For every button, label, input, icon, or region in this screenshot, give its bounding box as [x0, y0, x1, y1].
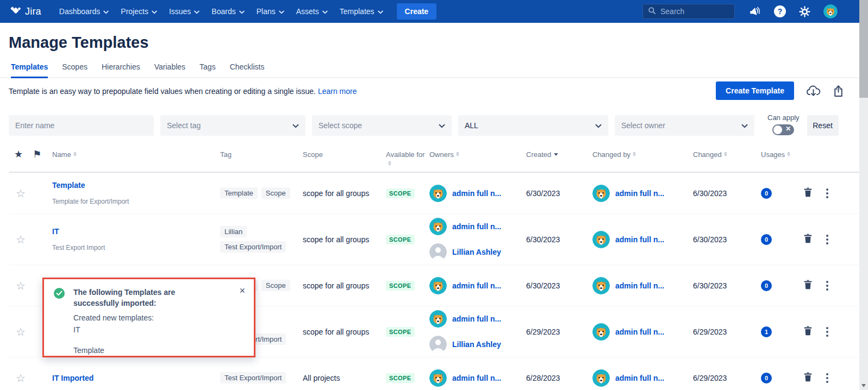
trash-icon[interactable]: [803, 279, 813, 291]
close-icon[interactable]: ×: [239, 286, 245, 295]
jira-brand[interactable]: Jira: [10, 4, 41, 18]
kebab-menu-icon[interactable]: [826, 373, 828, 383]
kebab-menu-icon[interactable]: [826, 327, 828, 337]
nav-item-assets[interactable]: Assets: [290, 0, 334, 23]
column-header-created[interactable]: Created: [526, 150, 592, 159]
help-icon[interactable]: ?: [774, 5, 786, 17]
scope-cell: scope for all groups: [303, 281, 386, 290]
owner-link[interactable]: admin full n...: [452, 189, 501, 198]
learn-more-link[interactable]: Learn more: [318, 87, 357, 96]
trash-icon[interactable]: [803, 233, 813, 245]
export-icon[interactable]: [833, 85, 844, 97]
star-outline-icon[interactable]: [16, 234, 26, 246]
available-for-cell: SCOPE: [386, 234, 429, 244]
star-outline-icon[interactable]: [16, 280, 26, 292]
star-outline-icon[interactable]: [16, 372, 26, 384]
can-apply-toggle[interactable]: ✕: [772, 124, 794, 135]
nav-item-projects[interactable]: Projects: [115, 0, 163, 23]
announcements-icon[interactable]: [748, 5, 761, 17]
column-header-tag[interactable]: Tag: [220, 150, 303, 159]
filter-owner-select[interactable]: Select owner: [615, 115, 754, 136]
scope-cell: scope for all groups: [303, 189, 386, 198]
column-header-changed[interactable]: Changed: [693, 150, 761, 159]
reset-button[interactable]: Reset: [807, 115, 839, 136]
filter-tag-value: Select tag: [167, 121, 201, 130]
changed-date: 6/30/2023: [693, 281, 761, 290]
owner-link[interactable]: admin full n...: [615, 281, 664, 290]
search-input[interactable]: [660, 7, 726, 16]
tag-chip: Scope: [261, 187, 290, 199]
vertical-scrollbar[interactable]: [859, 0, 868, 390]
star-outline-icon[interactable]: [16, 326, 26, 338]
owner-link[interactable]: admin full n...: [615, 328, 664, 336]
kebab-menu-icon[interactable]: [826, 188, 828, 198]
tab-tags[interactable]: Tags: [199, 62, 216, 77]
owner-link[interactable]: admin full n...: [452, 281, 501, 290]
changed-by-cell: admin full n...: [592, 277, 693, 294]
filter-tag-select[interactable]: Select tag: [160, 115, 305, 136]
owner-link[interactable]: admin full n...: [615, 235, 664, 244]
scrollbar-down-arrow-icon[interactable]: [861, 384, 866, 387]
nav-item-plans[interactable]: Plans: [251, 0, 290, 23]
column-header-scope[interactable]: Scope: [303, 150, 386, 159]
column-header-usages[interactable]: Usages: [761, 150, 803, 159]
owner-link[interactable]: admin full n...: [452, 374, 501, 382]
create-button[interactable]: Create: [397, 3, 437, 20]
column-header-name[interactable]: Name: [52, 150, 220, 159]
owner-link[interactable]: Lillian Ashley: [452, 248, 501, 256]
owner: admin full n...: [429, 310, 526, 328]
column-header-owners[interactable]: Owners: [429, 150, 526, 159]
create-template-button[interactable]: Create Template: [716, 81, 794, 100]
nav-item-boards[interactable]: Boards: [205, 0, 250, 23]
page-title: Manage Templates: [9, 34, 868, 52]
column-flag[interactable]: [33, 150, 52, 159]
dog-avatar: [592, 231, 610, 248]
filter-owner-value: Select owner: [621, 121, 665, 130]
template-name-link[interactable]: Template: [52, 181, 214, 190]
changed-by-cell: admin full n...: [592, 231, 693, 248]
user-avatar[interactable]: [823, 4, 838, 18]
column-star[interactable]: [9, 150, 33, 159]
template-name-link[interactable]: IT: [52, 227, 214, 236]
column-header-changed-by[interactable]: Changed by: [592, 150, 693, 159]
usages-badge: 0: [761, 280, 772, 291]
filter-scope-select[interactable]: Select scope: [312, 115, 452, 136]
trash-icon[interactable]: [803, 325, 813, 337]
tag-cell: TemplateScope: [220, 187, 303, 199]
owner-link[interactable]: admin full n...: [452, 314, 501, 323]
owner-link[interactable]: admin full n...: [615, 189, 664, 198]
filter-type-select[interactable]: ALL: [458, 115, 608, 136]
kebab-menu-icon[interactable]: [826, 235, 828, 244]
navbar-search[interactable]: [642, 4, 735, 19]
import-cloud-download-icon[interactable]: [806, 85, 821, 97]
page-description: Template is an easy way to prepopulate f…: [9, 87, 357, 96]
name-cell: TemplateTemplate for Export/Import: [52, 181, 220, 205]
created-date: 6/30/2023: [526, 235, 592, 244]
tab-checklists[interactable]: Checklists: [230, 62, 265, 77]
tab-scopes[interactable]: Scopes: [62, 62, 88, 77]
trash-icon[interactable]: [803, 187, 813, 199]
nav-item-issues[interactable]: Issues: [163, 0, 205, 23]
trash-icon[interactable]: [803, 372, 813, 383]
filter-name-input[interactable]: [15, 121, 147, 130]
owner-link[interactable]: admin full n...: [452, 222, 501, 231]
created-date: 6/29/2023: [526, 328, 592, 336]
owners-cell: admin full n...Lillian Ashley: [429, 218, 526, 261]
template-name-link[interactable]: IT Imported: [52, 374, 214, 382]
star-outline-icon[interactable]: [16, 187, 26, 199]
nav-item-dashboards[interactable]: Dashboards: [53, 0, 115, 23]
column-header-available-for[interactable]: Available for: [386, 150, 429, 166]
gear-icon[interactable]: [799, 6, 810, 17]
kebab-menu-icon[interactable]: [826, 281, 828, 291]
nav-item-templates[interactable]: Templates: [334, 0, 389, 23]
delete-cell: [803, 233, 826, 246]
tab-variables[interactable]: Variables: [154, 62, 185, 77]
tab-templates[interactable]: Templates: [11, 62, 48, 78]
owner-link[interactable]: admin full n...: [615, 374, 664, 382]
tag-chip: Test Export/Import: [220, 372, 286, 383]
scrollbar-thumb[interactable]: [859, 0, 868, 98]
tab-hierarchies[interactable]: Hierarchies: [102, 62, 140, 77]
dog-avatar: [592, 185, 610, 202]
owner-link[interactable]: Lillian Ashley: [452, 340, 501, 349]
available-for-cell: SCOPE: [386, 188, 429, 198]
